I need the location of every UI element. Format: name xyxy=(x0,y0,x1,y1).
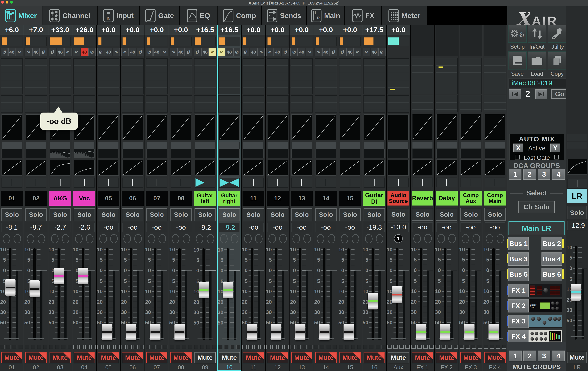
channel-name[interactable]: Reverb xyxy=(411,191,433,206)
eq-thumbnail-top[interactable] xyxy=(219,142,240,149)
solo-button[interactable]: Solo xyxy=(146,208,168,221)
fader-cap[interactable] xyxy=(199,282,209,298)
polarity-button[interactable]: Ø xyxy=(137,48,144,56)
gate-thumbnail[interactable] xyxy=(340,114,360,140)
stereo-link-button[interactable]: ∞ xyxy=(113,48,120,56)
stereo-link-button[interactable]: ∞ xyxy=(363,48,370,56)
channel-fader[interactable]: 1050510203050 xyxy=(290,246,314,342)
polarity-button[interactable]: Ø xyxy=(290,48,298,56)
eq-thumbnail[interactable] xyxy=(243,149,264,158)
comp-thumbnail[interactable] xyxy=(388,160,409,175)
phantom-48v-button[interactable]: 48 xyxy=(250,48,257,56)
fader-cap[interactable] xyxy=(53,268,64,284)
mute-group-2-button[interactable]: 2 xyxy=(524,350,536,361)
eq-thumbnail-top[interactable] xyxy=(195,142,215,149)
bus-select-3[interactable]: Bus 3 xyxy=(508,252,529,266)
phantom-48v-button[interactable]: 48 xyxy=(346,48,354,56)
solo-button[interactable]: Solo xyxy=(170,208,191,221)
solo-button[interactable]: Solo xyxy=(122,208,143,221)
pan-control[interactable] xyxy=(364,178,385,188)
gain-knob[interactable] xyxy=(291,37,312,46)
solo-button[interactable]: Solo xyxy=(412,208,433,221)
pan-control[interactable] xyxy=(340,178,360,188)
eq-thumbnail-top[interactable] xyxy=(243,142,264,149)
stereo-link-button[interactable]: ∞ xyxy=(25,48,32,56)
channel-name[interactable]: Voc xyxy=(73,191,95,206)
fx-select-3[interactable]: FX 3 xyxy=(508,315,529,328)
solo-button[interactable]: Solo xyxy=(484,208,505,221)
eq-thumbnail[interactable] xyxy=(292,149,312,158)
mute-button[interactable]: Mute xyxy=(291,352,312,363)
pan-control[interactable] xyxy=(98,178,119,188)
fader-cap[interactable] xyxy=(295,324,305,340)
gate-thumbnail[interactable] xyxy=(243,114,264,140)
mute-button[interactable]: Mute xyxy=(315,352,336,363)
go-button[interactable]: Go xyxy=(551,89,568,99)
solo-button[interactable]: Solo xyxy=(1,208,22,221)
lr-balance-control[interactable] xyxy=(567,179,587,189)
channel-name[interactable]: Guitarleft xyxy=(194,191,216,206)
eq-thumbnail[interactable] xyxy=(267,149,288,158)
fader-cap[interactable] xyxy=(126,324,136,340)
mute-button[interactable]: Mute xyxy=(484,352,505,363)
snapshot-next-button[interactable] xyxy=(535,89,547,99)
polarity-button[interactable]: Ø xyxy=(146,48,153,56)
pan-control[interactable] xyxy=(1,178,22,188)
channel-fader[interactable]: 1050510203050 xyxy=(145,246,168,342)
solo-button[interactable]: Solo xyxy=(339,208,361,221)
lr-channel-strip[interactable]: LRSolo-12.91050510203050MuteLR xyxy=(566,6,588,371)
eq-thumbnail[interactable] xyxy=(461,148,481,158)
main-lr-button[interactable]: Main LR xyxy=(508,221,565,235)
gate-thumbnail[interactable] xyxy=(122,114,143,140)
channel-name[interactable]: 15 xyxy=(339,191,361,206)
eq-thumbnail[interactable] xyxy=(364,149,385,158)
pan-control[interactable] xyxy=(243,178,264,188)
stereo-link-button[interactable]: ∞ xyxy=(121,48,128,56)
polarity-button[interactable]: Ø xyxy=(0,48,8,56)
channel-strip-01[interactable]: +6.0Ø48∞01Solo-8.11050510203050Mute01 xyxy=(0,25,24,371)
mute-button[interactable]: Mute xyxy=(74,352,95,363)
gain-knob[interactable] xyxy=(339,37,361,46)
fader-cap[interactable] xyxy=(368,293,378,309)
channel-name[interactable]: 07 xyxy=(146,191,168,206)
mute-button[interactable]: Mute xyxy=(170,352,191,363)
gate-thumbnail[interactable] xyxy=(484,114,505,140)
polarity-button[interactable]: Ø xyxy=(194,48,201,56)
pan-control[interactable] xyxy=(436,177,457,187)
fader-cap[interactable] xyxy=(223,282,233,298)
channel-name[interactable]: 14 xyxy=(315,191,337,206)
pan-control[interactable] xyxy=(315,178,336,188)
phantom-48v-button[interactable]: 48 xyxy=(274,48,281,56)
gate-thumbnail[interactable] xyxy=(292,114,312,140)
stereo-link-button[interactable]: ∞ xyxy=(161,48,168,56)
mute-group-1-button[interactable]: 1 xyxy=(509,350,522,361)
bus-select-4[interactable]: Bus 4 xyxy=(542,252,562,266)
fader-cap[interactable] xyxy=(5,279,15,296)
tab-meter[interactable]: Meter xyxy=(382,6,427,25)
pan-control[interactable] xyxy=(412,177,433,187)
channel-strip-fx2[interactable]: DelaySolo-oo1050510203050MuteFX 2 xyxy=(435,25,458,371)
eq-thumbnail[interactable] xyxy=(340,149,360,158)
comp-thumbnail[interactable] xyxy=(340,160,360,176)
comp-thumbnail[interactable] xyxy=(50,160,71,176)
channel-fader[interactable]: 1050510203050 xyxy=(266,246,289,342)
lr-fader[interactable]: 1050510203050 xyxy=(566,244,588,342)
gain-knob[interactable] xyxy=(146,37,168,46)
solo-button[interactable]: Solo xyxy=(25,208,46,221)
gain-knob[interactable] xyxy=(50,37,71,46)
channel-name[interactable]: 08 xyxy=(170,191,192,206)
eq-thumbnail[interactable] xyxy=(98,149,119,158)
tab-sends[interactable]: Sends xyxy=(262,6,306,25)
gain-knob[interactable] xyxy=(195,37,216,46)
comp-thumbnail[interactable] xyxy=(243,160,264,176)
tab-input[interactable]: INInput xyxy=(97,6,139,25)
fader-cap[interactable] xyxy=(150,324,160,340)
channel-strip-fx3[interactable]: CompAuxSolo-oo1050510203050MuteFX 3 xyxy=(459,25,483,371)
phantom-48v-button[interactable]: 48 xyxy=(201,48,209,56)
gate-thumbnail[interactable] xyxy=(195,114,215,140)
eq-thumbnail[interactable] xyxy=(122,149,143,158)
phantom-48v-button[interactable]: 48 xyxy=(129,48,136,56)
fader-cap[interactable] xyxy=(247,324,257,340)
pan-control[interactable] xyxy=(170,178,191,188)
fader-cap[interactable] xyxy=(319,324,329,340)
